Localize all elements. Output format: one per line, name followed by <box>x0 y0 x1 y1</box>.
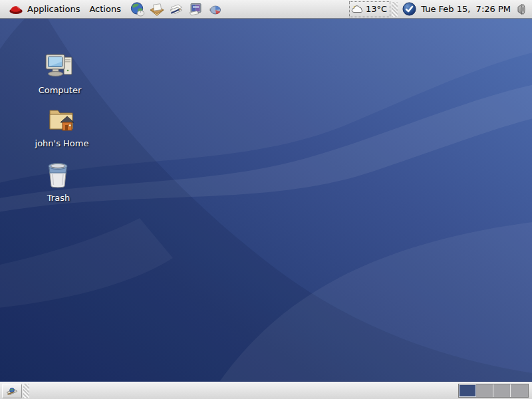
writer-icon <box>168 1 184 17</box>
calc-launcher[interactable] <box>205 1 224 18</box>
volume-applet[interactable] <box>514 3 529 16</box>
update-check-icon <box>402 2 416 16</box>
desktop-icon-trash[interactable]: Trash <box>27 160 90 203</box>
desktop-icon-label: Computer <box>39 85 82 95</box>
workspace-1[interactable] <box>459 384 476 397</box>
email-launcher[interactable] <box>148 1 166 18</box>
web-browser-icon <box>130 1 146 17</box>
calc-icon <box>207 1 223 17</box>
home-folder-icon <box>46 105 78 136</box>
show-desktop-icon <box>5 386 19 396</box>
workspace-switcher[interactable] <box>458 384 529 398</box>
applications-menu-label: Applications <box>27 4 80 14</box>
email-icon <box>149 1 165 17</box>
impress-launcher[interactable] <box>186 1 205 18</box>
top-panel: Applications Actions <box>0 0 532 19</box>
bottom-panel <box>0 382 532 399</box>
impress-icon <box>188 1 203 17</box>
applications-menu[interactable]: Applications <box>4 1 84 18</box>
trash-icon <box>45 160 72 190</box>
show-desktop-button[interactable] <box>2 384 22 398</box>
writer-launcher[interactable] <box>167 1 186 18</box>
cloud-icon <box>351 4 364 15</box>
redhat-logo-icon <box>9 3 23 15</box>
desktop-icon-label: Trash <box>47 193 70 203</box>
desktop-icon-home[interactable]: john's Home <box>30 105 94 148</box>
launcher-group <box>128 1 224 18</box>
actions-menu[interactable]: Actions <box>84 1 126 18</box>
workspace-3[interactable] <box>493 384 511 397</box>
clock-applet[interactable]: Tue Feb 15, 7:26 PM <box>399 2 514 16</box>
desktop-icon-computer[interactable]: Computer <box>28 52 92 95</box>
workspace-4[interactable] <box>511 384 528 397</box>
web-browser-launcher[interactable] <box>128 1 147 18</box>
weather-applet[interactable]: 13°C <box>349 1 390 17</box>
computer-icon <box>45 52 75 82</box>
actions-menu-label: Actions <box>89 4 121 14</box>
desktop-icon-label: john's Home <box>35 138 89 148</box>
panel-drag-handle[interactable] <box>23 384 29 398</box>
workspace-2[interactable] <box>476 384 493 397</box>
desktop[interactable]: Computer john's Home Trash <box>0 19 532 382</box>
applet-drag-handle[interactable] <box>392 2 398 17</box>
clock-text: Tue Feb 15, 7:26 PM <box>421 4 511 14</box>
speaker-icon <box>515 3 527 16</box>
weather-temperature: 13°C <box>366 4 387 14</box>
